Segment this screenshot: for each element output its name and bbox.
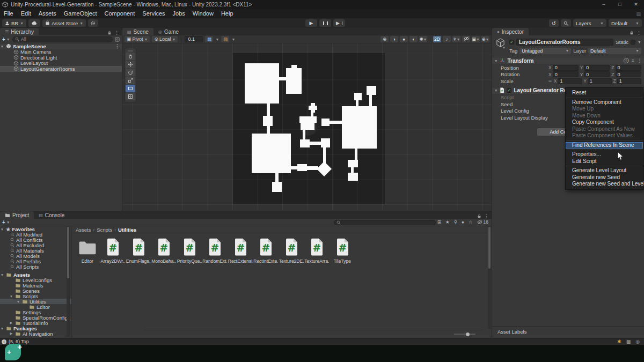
component-menu-icon[interactable]: ⋮ xyxy=(637,58,642,63)
tab-game[interactable]: ◎Game xyxy=(153,28,184,35)
thumbnail-zoom-slider[interactable] xyxy=(454,334,475,335)
progress-spinner-icon[interactable]: ✱ xyxy=(617,339,621,344)
grid-dropdown-caret[interactable]: ▼ xyxy=(215,38,219,41)
scale-y-field[interactable]: 1 xyxy=(588,78,612,84)
create-asset-button[interactable]: +▼ xyxy=(2,219,10,225)
scene-picker-icon[interactable] xyxy=(115,37,120,42)
scale-link-icon[interactable]: ∞ xyxy=(548,79,552,84)
mode-2d-toggle[interactable]: 2D xyxy=(433,36,441,42)
rotation-y-field[interactable]: 0 xyxy=(584,71,610,77)
rotate-tool[interactable] xyxy=(126,69,135,76)
rotation-x-field[interactable]: 0 xyxy=(553,71,579,77)
project-search-input[interactable] xyxy=(334,220,436,225)
step-button[interactable]: ▶ xyxy=(333,19,345,27)
favorite-all-materials[interactable]: All Materials xyxy=(0,248,71,253)
audio-toggle-icon[interactable]: ♪ xyxy=(443,36,451,42)
menu-help[interactable]: Help xyxy=(217,10,237,17)
gizmos-dropdown-icon[interactable]: ⊕▼ xyxy=(481,36,489,42)
panel-menu-icon[interactable]: ⋮ xyxy=(636,30,641,35)
scene-viewport[interactable] xyxy=(122,43,492,211)
tree-folder-tutorialinfo[interactable]: ▶TutorialInfo xyxy=(0,320,71,326)
favorite-all-prefabs[interactable]: All Prefabs xyxy=(0,258,71,264)
assets-root[interactable]: ▼Assets xyxy=(0,272,71,277)
favorite-all-models[interactable]: All Models xyxy=(0,253,71,258)
layers-dropdown[interactable]: Layers▼ xyxy=(573,19,606,27)
content-scrollbar[interactable] xyxy=(488,226,491,329)
favorites-root[interactable]: ▼★Favorites xyxy=(0,226,71,232)
effects-dropdown-icon[interactable]: ✳▼ xyxy=(452,36,460,42)
pivot-dropdown[interactable]: ▣Pivot▼ xyxy=(125,36,150,42)
presets-icon[interactable]: ≡ xyxy=(632,58,634,63)
search-by-label-icon[interactable]: ★ xyxy=(445,219,450,225)
lock-icon[interactable] xyxy=(107,31,112,35)
skybox-toggle-icon[interactable]: ◐ xyxy=(409,36,418,42)
favorite-all-scripts[interactable]: All Scripts xyxy=(0,264,71,269)
asset-rectextensi[interactable]: #RectExtensi... xyxy=(228,235,253,264)
menu-services[interactable]: Services xyxy=(138,10,169,17)
position-z-field[interactable]: 0 xyxy=(616,65,641,71)
undo-history-button[interactable]: ↺ xyxy=(549,19,559,27)
effects-sphere-icon[interactable]: ● xyxy=(400,36,408,42)
panel-menu-icon[interactable]: ⋮ xyxy=(484,213,489,219)
desktop-app-icon[interactable]: ++ xyxy=(5,344,21,360)
static-dropdown-caret[interactable]: ▼ xyxy=(638,40,641,44)
active-checkbox[interactable]: ✓ xyxy=(509,40,514,45)
tree-folder-materials[interactable]: Materials xyxy=(0,283,71,288)
minimize-button[interactable]: – xyxy=(596,0,612,9)
asset-rectintexte[interactable]: #RectIntExte... xyxy=(253,235,279,264)
tree-scrollbar[interactable] xyxy=(67,226,70,337)
account-button[interactable]: BR▼ xyxy=(2,19,26,27)
tab-scene[interactable]: ▤Scene xyxy=(122,28,153,35)
tab-hierarchy[interactable]: ☰Hierarchy xyxy=(0,28,39,35)
layout-dropdown[interactable]: Default▼ xyxy=(609,19,642,27)
context-menu-item-find-references-in-scene[interactable]: Find References In Scene xyxy=(566,142,643,149)
hidden-count-icon[interactable]: 18 xyxy=(477,219,488,225)
hidden-objects-icon[interactable] xyxy=(462,36,470,42)
hierarchy-item-levellayout[interactable]: LevelLayout xyxy=(0,61,122,67)
search-by-type-icon[interactable]: ⊞ xyxy=(437,219,441,225)
info-icon[interactable]: ● xyxy=(462,219,464,225)
asset-enumflags[interactable]: #EnumFlags... xyxy=(126,235,151,264)
breadcrumb-utilities[interactable]: Utilities xyxy=(118,227,136,233)
add-gameobject-button[interactable]: +▼ xyxy=(2,36,10,42)
menu-jobs[interactable]: Jobs xyxy=(169,10,189,17)
asset-monobeha[interactable]: #MonoBeha... xyxy=(151,235,177,264)
tab-inspector[interactable]: ●Inspector xyxy=(492,28,529,35)
close-button[interactable]: ✕ xyxy=(628,0,644,9)
shading-mode-icon[interactable]: ⊕ xyxy=(380,36,389,42)
tree-folder-settings[interactable]: Settings xyxy=(0,309,71,315)
label-tag-icon[interactable]: ⚲ xyxy=(454,219,457,225)
grid-snap-size-field[interactable]: 0.1 xyxy=(185,36,203,42)
position-y-field[interactable]: 0 xyxy=(584,65,610,71)
context-menu-item-generate-level-layout[interactable]: Generate Level Layout xyxy=(566,167,643,174)
gameobject-name-field[interactable]: LayoutGeneratorRooms xyxy=(516,39,613,46)
snap-toggle-icon[interactable]: ▨ xyxy=(221,36,229,42)
code-coverage-icon[interactable]: ◎ xyxy=(635,339,640,344)
context-menu-item-properties-[interactable]: Properties... xyxy=(566,151,643,158)
grid-visibility-icon[interactable]: ▦ xyxy=(205,36,213,42)
favorites-star-icon[interactable]: ☆ xyxy=(469,219,473,225)
favorite-all-excluded[interactable]: All Excluded xyxy=(0,242,71,248)
context-menu-item-copy-component[interactable]: Copy Component xyxy=(566,119,643,126)
asset-editor[interactable]: Editor xyxy=(75,235,100,264)
favorite-all-conflicts[interactable]: All Conflicts xyxy=(0,237,71,242)
tree-folder-utilities[interactable]: ▼Utilities xyxy=(0,299,71,304)
debug-dropdown-icon[interactable]: ✺▼ xyxy=(419,36,427,42)
play-button[interactable]: ▶ xyxy=(305,19,317,27)
context-menu-item-remove-component[interactable]: Remove Component xyxy=(566,99,643,106)
transform-component-header[interactable]: ▼ Transform ? ≡ ⋮ xyxy=(492,57,644,64)
services-gear-icon[interactable] xyxy=(88,19,98,27)
hand-tool[interactable] xyxy=(126,53,135,60)
favorite-all-modified[interactable]: All Modified xyxy=(0,232,71,237)
panel-menu-icon[interactable]: ⋮ xyxy=(114,30,119,35)
asset-labels-section[interactable]: Asset Labels xyxy=(492,326,644,335)
cloud-button[interactable] xyxy=(28,19,40,27)
position-x-field[interactable]: 0 xyxy=(553,65,579,71)
tab-project[interactable]: Project xyxy=(0,211,34,219)
tab-console[interactable]: ▤Console xyxy=(34,211,69,219)
pause-button[interactable] xyxy=(319,19,331,27)
maximize-button[interactable]: □ xyxy=(612,0,628,9)
scale-tool[interactable] xyxy=(126,77,135,84)
tag-dropdown[interactable]: Untagged▼ xyxy=(519,48,571,54)
menu-gameobject[interactable]: GameObject xyxy=(60,10,101,17)
